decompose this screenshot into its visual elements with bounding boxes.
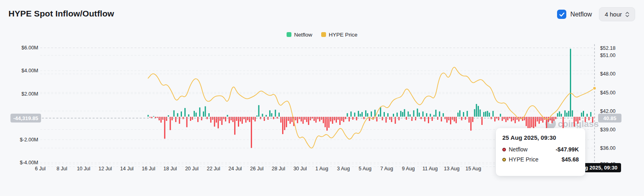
netflow-bar <box>421 117 422 119</box>
netflow-bar <box>351 112 352 117</box>
netflow-bar <box>592 117 593 122</box>
netflow-bar <box>531 117 533 127</box>
netflow-bar <box>461 117 462 120</box>
netflow-bar <box>365 110 366 117</box>
netflow-bar <box>568 111 569 116</box>
netflow-bar <box>402 112 403 116</box>
netflow-bar <box>148 115 149 116</box>
netflow-bar <box>245 117 246 122</box>
crosshair-right-axis-pill: 40.85 <box>603 115 617 121</box>
netflow-bar <box>469 117 470 122</box>
netflow-bar <box>345 117 346 119</box>
x-axis-tick-label: 14 Jul <box>120 166 134 172</box>
netflow-bar <box>428 117 429 123</box>
netflow-bar <box>561 114 562 116</box>
x-axis-tick-label: 12 Jul <box>99 166 112 172</box>
netflow-bar <box>275 110 276 116</box>
hover-tooltip: 25 Aug 2025, 09:30 Netflow-$47.99KHYPE P… <box>496 128 585 176</box>
netflow-bar <box>443 113 444 117</box>
netflow-bar <box>404 109 405 117</box>
x-axis-tick-label: 7 Aug <box>380 166 393 172</box>
netflow-bar <box>227 115 228 116</box>
netflow-bar <box>244 117 245 119</box>
netflow-bar <box>334 117 335 120</box>
netflow-bar <box>526 117 527 126</box>
x-axis-tick-label: 16 Jul <box>142 166 155 172</box>
netflow-bar <box>417 108 418 116</box>
netflow-bar <box>280 117 281 122</box>
netflow-bar <box>232 117 233 122</box>
netflow-bar <box>314 117 315 121</box>
netflow-bar <box>376 117 378 121</box>
netflow-bar <box>201 117 202 120</box>
netflow-bar <box>149 117 151 118</box>
netflow-bar <box>408 112 409 117</box>
left-axis-tick-label: $6.00M <box>21 45 38 51</box>
netflow-bar <box>466 111 468 116</box>
netflow-bar <box>485 112 486 117</box>
tooltip-row-hype-price: HYPE Price$45.68 <box>502 156 579 163</box>
netflow-bar <box>234 117 235 135</box>
netflow-bar <box>316 117 317 122</box>
netflow-bar <box>537 117 538 121</box>
series-dot-icon <box>502 158 506 161</box>
netflow-bar <box>186 117 188 127</box>
netflow-bar <box>286 117 287 127</box>
netflow-bar <box>570 49 571 116</box>
netflow-bar <box>387 113 388 117</box>
x-axis-tick-label: 3 Aug <box>337 166 350 172</box>
netflow-bar <box>506 117 507 122</box>
netflow-bar <box>323 117 324 123</box>
netflow-bar <box>579 117 580 120</box>
netflow-bar <box>524 117 525 120</box>
netflow-bar <box>391 117 392 122</box>
right-axis-tick-label: $48.00 <box>600 71 615 77</box>
netflow-bar <box>225 117 226 121</box>
netflow-bar <box>507 117 508 120</box>
netflow-bar <box>262 114 263 116</box>
netflow-bar <box>422 112 423 117</box>
netflow-bar <box>310 117 311 120</box>
netflow-bar <box>487 111 488 116</box>
netflow-bar <box>190 117 191 121</box>
netflow-bar <box>229 117 230 123</box>
netflow-bar <box>386 117 387 122</box>
netflow-bar <box>356 117 357 120</box>
left-axis-tick-label: $2.00M <box>21 91 38 97</box>
netflow-bar <box>456 117 457 123</box>
netflow-bar <box>378 114 379 117</box>
netflow-bar <box>413 110 414 117</box>
netflow-bar <box>324 117 326 127</box>
netflow-bar <box>297 117 298 123</box>
netflow-bar <box>169 117 171 130</box>
netflow-bar <box>415 117 416 120</box>
netflow-bar <box>205 106 206 117</box>
x-axis-tick-label: 24 Jul <box>229 166 242 172</box>
netflow-bar <box>216 117 217 122</box>
netflow-bar <box>563 117 564 129</box>
netflow-bar <box>210 117 211 122</box>
netflow-bar <box>555 117 556 119</box>
netflow-bar <box>439 112 440 117</box>
netflow-bar <box>249 117 250 122</box>
last-price-dot <box>593 87 596 90</box>
netflow-bar <box>529 117 530 129</box>
netflow-bar <box>319 117 320 121</box>
left-axis-tick-label: $4.00M <box>21 68 38 74</box>
netflow-bar <box>384 112 385 116</box>
netflow-bar <box>588 117 590 120</box>
left-axis-tick-label: $-2.00M <box>20 137 38 143</box>
netflow-bar <box>511 117 512 121</box>
netflow-bar <box>301 117 302 121</box>
tooltip-series-value: -$47.99K <box>555 146 579 153</box>
netflow-bar <box>208 113 210 117</box>
x-axis-tick-label: 22 Jul <box>207 166 220 172</box>
netflow-bar <box>343 117 344 122</box>
netflow-bar <box>251 117 252 148</box>
netflow-bar <box>409 114 411 117</box>
netflow-bar <box>419 112 420 116</box>
netflow-bar <box>338 117 339 120</box>
netflow-bar <box>393 114 394 116</box>
netflow-bar <box>352 117 353 120</box>
netflow-bar <box>533 117 534 130</box>
